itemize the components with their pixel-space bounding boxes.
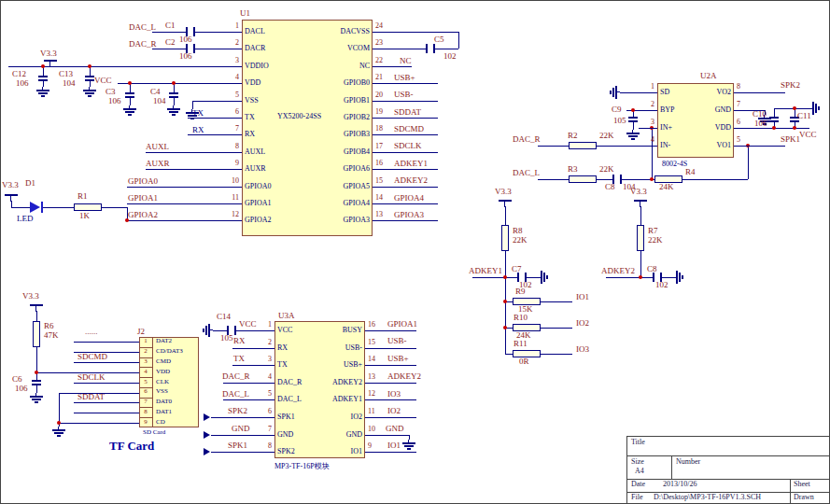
resistor[interactable] <box>74 203 102 211</box>
wire[interactable] <box>188 134 223 135</box>
net-label[interactable]: 1K <box>79 212 90 220</box>
wire[interactable] <box>373 187 391 188</box>
capacitor[interactable] <box>38 76 48 77</box>
net-label[interactable]: C6 <box>12 375 22 384</box>
net-label[interactable]: DAC_L <box>129 23 156 32</box>
net-label[interactable]: RX <box>233 337 246 345</box>
wire[interactable] <box>391 32 458 33</box>
resistor[interactable] <box>501 225 509 251</box>
net-label[interactable]: DAC_L <box>222 390 249 399</box>
net-label[interactable]: 106 <box>179 52 192 61</box>
net-label[interactable]: 106 <box>108 97 121 105</box>
power-bar-icon[interactable] <box>44 60 57 67</box>
wire[interactable] <box>365 435 384 436</box>
net-label[interactable]: IO3 <box>576 345 589 354</box>
net-label[interactable]: 105 <box>220 334 233 343</box>
wire[interactable] <box>223 383 256 384</box>
net-label[interactable]: VCC <box>94 77 112 85</box>
wire[interactable] <box>606 277 640 278</box>
net-label[interactable]: IO2 <box>576 319 589 328</box>
net-label[interactable]: V3.3 <box>495 188 512 196</box>
wire[interactable] <box>639 128 657 129</box>
wire[interactable] <box>11 201 12 207</box>
wire[interactable] <box>391 83 438 84</box>
wire[interactable] <box>753 128 809 129</box>
net-label[interactable]: GPIOA2 <box>128 211 158 219</box>
capacitor[interactable] <box>85 76 94 77</box>
tf-card-title[interactable]: TF Card <box>109 440 154 452</box>
net-label[interactable]: C9 <box>612 105 622 114</box>
wire[interactable] <box>753 92 785 93</box>
net-label[interactable]: C10 <box>753 110 767 119</box>
net-label[interactable]: USB- <box>387 337 407 345</box>
wire[interactable] <box>256 383 274 384</box>
wire[interactable] <box>391 134 438 135</box>
net-label[interactable]: SPK2 <box>228 407 247 415</box>
wire[interactable] <box>640 251 641 277</box>
wire[interactable] <box>435 49 458 49</box>
net-label[interactable]: R2 <box>568 132 578 140</box>
wire[interactable] <box>59 423 139 424</box>
net-label[interactable]: VCC <box>239 320 257 329</box>
wire[interactable] <box>620 92 639 93</box>
wire[interactable] <box>223 134 242 135</box>
wire[interactable] <box>174 98 175 105</box>
wire[interactable] <box>391 203 438 204</box>
net-label[interactable]: C1 <box>165 21 176 30</box>
net-label[interactable]: USB+ <box>387 355 409 363</box>
wire[interactable] <box>211 435 256 436</box>
wire[interactable] <box>538 179 569 180</box>
net-label[interactable]: 47K <box>44 331 59 340</box>
wire[interactable] <box>373 32 391 33</box>
wire[interactable] <box>505 354 513 355</box>
net-label[interactable]: 102 <box>655 281 668 289</box>
net-label[interactable]: SDCMD <box>77 353 107 361</box>
net-label[interactable]: IO1 <box>576 293 589 301</box>
wire[interactable] <box>236 330 256 331</box>
net-label[interactable]: RX <box>192 126 204 134</box>
wire[interactable] <box>391 187 438 188</box>
net-label[interactable]: C8 <box>647 265 657 273</box>
capacitor[interactable] <box>32 380 41 382</box>
capacitor[interactable] <box>769 120 779 122</box>
net-label[interactable]: V3.3 <box>40 49 57 58</box>
ground-icon[interactable] <box>30 393 43 403</box>
ground-icon[interactable] <box>123 105 136 116</box>
net-label[interactable]: SDDAT <box>394 108 421 117</box>
wire[interactable] <box>195 49 223 49</box>
net-label[interactable]: C7 <box>512 265 522 273</box>
connector-designator[interactable]: J2 <box>137 328 145 336</box>
wire[interactable] <box>213 330 227 331</box>
wire[interactable] <box>682 179 748 180</box>
capacitor[interactable] <box>426 44 428 53</box>
wire[interactable] <box>458 32 459 49</box>
ic-designator[interactable]: U2A <box>700 72 717 80</box>
net-label[interactable]: AUXR <box>146 160 170 168</box>
capacitor[interactable] <box>433 44 435 53</box>
wire[interactable] <box>384 417 416 418</box>
wire[interactable] <box>152 49 186 49</box>
net-label[interactable]: GND <box>232 425 250 433</box>
ground-icon[interactable] <box>52 427 65 437</box>
ground-icon[interactable] <box>402 440 415 450</box>
wire[interactable] <box>36 385 37 393</box>
wire[interactable] <box>223 101 242 102</box>
wire[interactable] <box>223 66 242 67</box>
net-label[interactable]: SDDAT <box>77 393 105 401</box>
net-label[interactable]: 0R <box>519 357 529 366</box>
wire[interactable] <box>223 32 242 33</box>
wire[interactable] <box>373 203 391 204</box>
net-label[interactable]: DAC_R <box>513 135 541 144</box>
wire[interactable] <box>384 365 416 366</box>
wire[interactable] <box>195 32 223 33</box>
wire[interactable] <box>256 435 274 436</box>
ic-designator[interactable]: U3A <box>278 312 295 320</box>
wire[interactable] <box>365 399 384 400</box>
ground-icon[interactable] <box>538 271 548 284</box>
capacitor[interactable] <box>169 92 178 94</box>
net-label[interactable]: 104 <box>63 79 76 88</box>
net-label[interactable]: 22K <box>599 165 614 174</box>
net-label[interactable]: ADKEY2 <box>601 267 635 275</box>
wire[interactable] <box>223 399 256 400</box>
wire[interactable] <box>373 101 391 102</box>
